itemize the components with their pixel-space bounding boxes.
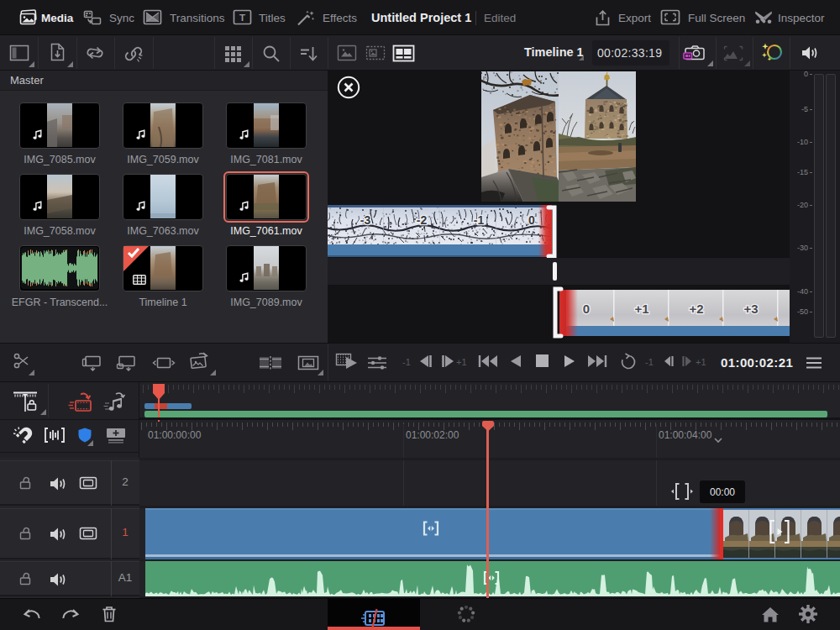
svg-text:0: 0: [528, 213, 535, 227]
svg-text:+2: +2: [689, 302, 703, 316]
svg-text:-2: -2: [417, 213, 428, 227]
svg-text:0: 0: [583, 302, 590, 316]
svg-text:-3: -3: [360, 213, 371, 227]
svg-text:-1: -1: [474, 213, 485, 227]
svg-text:T: T: [239, 13, 245, 23]
svg-text:+1: +1: [634, 302, 648, 316]
svg-text:+3: +3: [743, 302, 758, 316]
